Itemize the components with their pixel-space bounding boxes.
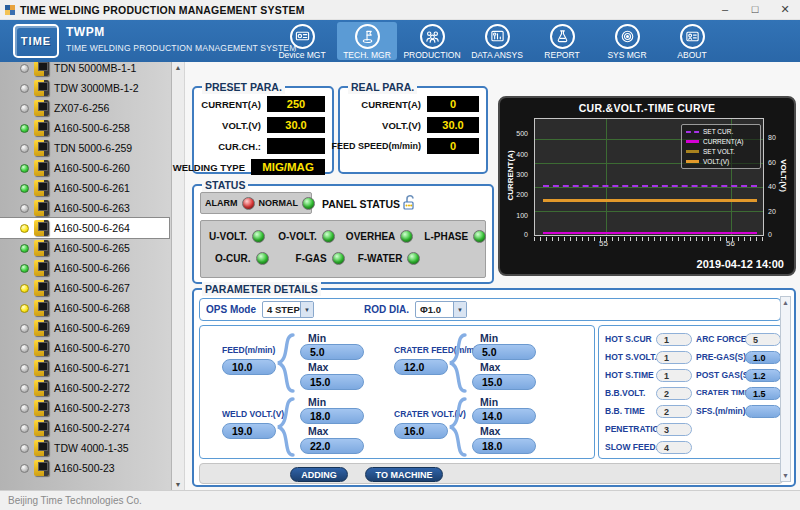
nav-about[interactable]: ABOUT <box>662 22 722 60</box>
preset-volt-value: 30.0 <box>267 117 325 133</box>
list-item[interactable]: A160-500-6-266 <box>0 258 169 278</box>
app-icon <box>5 5 15 15</box>
status-dot <box>20 124 29 133</box>
sidebar-scrollbar[interactable]: ▲▼ <box>171 62 184 490</box>
scroll-up-icon[interactable]: ▲ <box>175 64 182 71</box>
status-dot <box>20 164 29 173</box>
welder-icon <box>34 62 49 76</box>
nav-production[interactable]: PRODUCTION <box>402 22 462 60</box>
list-item[interactable]: A160-500-23 <box>0 458 169 478</box>
list-item[interactable]: A160-500-6-271 <box>0 358 169 378</box>
preset-type-label: WELDING TYPE <box>173 162 245 173</box>
main-content: PRESET PARA. CURRENT(A)250 VOLT.(V)30.0 … <box>185 62 800 490</box>
weld-volt-max-field[interactable]: 22.0 <box>300 438 364 454</box>
chart-timestamp: 2019-04-12 14:00 <box>697 258 784 270</box>
welder-icon <box>34 360 49 376</box>
scroll-down-icon[interactable]: ▼ <box>782 472 789 479</box>
welder-icon <box>34 440 49 456</box>
list-item[interactable]: TDN 5000MB-1-1 <box>0 62 169 78</box>
list-item[interactable]: A160-500-6-260 <box>0 158 169 178</box>
single-params-box: HOT S.CUR1 ARC FORCE5 HOT S.VOLT.1 PRE-G… <box>598 325 783 459</box>
device-list-sidebar: TDN 5000MB-1-1 TDW 3000MB-1-2 ZX07-6-256… <box>0 62 185 490</box>
ops-strip: OPS Mode 4 STEP▼ ROD DIA. Φ1.0▼ <box>199 298 781 321</box>
list-item[interactable]: A160-500-6-270 <box>0 338 169 358</box>
list-item[interactable]: TDW 3000MB-1-2 <box>0 78 169 98</box>
list-item[interactable]: A160-500-6-265 <box>0 238 169 258</box>
slow-feed-field[interactable]: 4 <box>656 441 692 454</box>
list-item[interactable]: A160-500-6-268 <box>0 298 169 318</box>
list-item[interactable]: A160-500-6-269 <box>0 318 169 338</box>
post-gas-field[interactable]: 1.2 <box>745 369 781 382</box>
arc-force-field[interactable]: 5 <box>745 333 781 346</box>
welder-icon <box>34 280 49 296</box>
app-header: TIME TWPM TIME WELDING PRODUCTION MANAGE… <box>0 20 800 62</box>
crater-volt-min-field[interactable]: 14.0 <box>472 408 536 424</box>
pre-gas-field[interactable]: 1.0 <box>745 351 781 364</box>
feed-min-field[interactable]: 5.0 <box>300 344 364 360</box>
list-item-selected[interactable]: A160-500-6-264 <box>0 218 169 238</box>
crater-time-field[interactable]: 1.5 <box>745 387 781 400</box>
list-item[interactable]: TDW 4000-1-35 <box>0 438 169 458</box>
scroll-down-icon[interactable]: ▼ <box>175 481 182 488</box>
adding-button[interactable]: ADDING <box>290 467 348 482</box>
list-item[interactable]: A160-500-2-274 <box>0 418 169 438</box>
minimize-button[interactable]: – <box>710 0 740 19</box>
chevron-down-icon[interactable]: ▼ <box>453 302 466 317</box>
list-item[interactable]: A160-500-6-267 <box>0 278 169 298</box>
feed-current-field[interactable]: 10.0 <box>222 359 276 375</box>
status-title: STATUS <box>202 178 248 192</box>
maximize-button[interactable]: □ <box>740 0 770 19</box>
list-item[interactable]: A160-500-6-261 <box>0 178 169 198</box>
status-dot <box>20 344 29 353</box>
right-tick: 40 <box>768 183 788 190</box>
real-feed-value: 0 <box>427 138 479 154</box>
nav-tech-mgr[interactable]: TECH. MGR <box>337 22 397 60</box>
list-item[interactable]: A160-500-6-258 <box>0 118 169 138</box>
nav-data-ansys[interactable]: DATA ANSYS <box>467 22 527 60</box>
nav-sys-mgr[interactable]: SYS MGR <box>597 22 657 60</box>
weld-volt-min-field[interactable]: 18.0 <box>300 408 364 424</box>
welder-icon <box>34 320 49 336</box>
scroll-up-icon[interactable]: ▲ <box>782 299 789 306</box>
list-item[interactable]: A160-500-2-272 <box>0 378 169 398</box>
weld-volt-current-field[interactable]: 19.0 <box>222 423 276 439</box>
status-dot <box>20 284 29 293</box>
hot-s-cur-field[interactable]: 1 <box>656 333 692 346</box>
bb-time-field[interactable]: 2 <box>656 405 692 418</box>
real-current-label: CURRENT(A) <box>361 99 421 110</box>
app-name: TIME WELDING PRODUCTION MANAGEMENT SYSTE… <box>66 43 296 53</box>
crater-feed-max-field[interactable]: 15.0 <box>472 374 536 390</box>
app-abbr: TWPM <box>66 25 105 39</box>
list-item[interactable]: A160-500-6-263 <box>0 198 169 218</box>
chart-title: CUR.&VOLT.-TIME CURVE <box>500 102 794 114</box>
feed-max-field[interactable]: 15.0 <box>300 374 364 390</box>
list-item[interactable]: ZX07-6-256 <box>0 98 169 118</box>
crater-volt-max-field[interactable]: 18.0 <box>472 438 536 454</box>
nav-report[interactable]: REPORT <box>532 22 592 60</box>
welder-icon <box>34 100 49 116</box>
nav-device-mgt[interactable]: Device MGT <box>272 22 332 60</box>
close-button[interactable]: ✕ <box>770 0 800 19</box>
welder-icon <box>34 140 49 156</box>
bb-volt-field[interactable]: 2 <box>656 387 692 400</box>
rod-dia-select[interactable]: Φ1.0▼ <box>415 301 467 318</box>
crater-feed-current-field[interactable]: 12.0 <box>394 359 448 375</box>
status-dot <box>20 404 29 413</box>
hot-s-volt-field[interactable]: 1 <box>656 351 692 364</box>
ops-mode-select[interactable]: 4 STEP▼ <box>262 301 314 318</box>
crater-volt-current-field[interactable]: 16.0 <box>394 423 448 439</box>
status-dot <box>20 64 29 73</box>
list-item[interactable]: TDN 5000-6-259 <box>0 138 169 158</box>
crater-feed-min-field[interactable]: 5.0 <box>472 344 536 360</box>
alarm-led <box>242 197 255 210</box>
hot-s-time-field[interactable]: 1 <box>656 369 692 382</box>
sfs-field[interactable] <box>745 405 781 418</box>
penetration-field[interactable]: 3 <box>656 423 692 436</box>
list-item[interactable]: A160-500-2-273 <box>0 398 169 418</box>
chevron-down-icon[interactable]: ▼ <box>300 302 313 317</box>
preset-type-value: MIG/MAG <box>251 159 325 175</box>
brace-shape <box>449 333 467 393</box>
to-machine-button[interactable]: TO MACHINE <box>365 467 443 482</box>
welder-icon <box>34 300 49 316</box>
params-scrollbar[interactable]: ▲▼ <box>780 296 791 482</box>
